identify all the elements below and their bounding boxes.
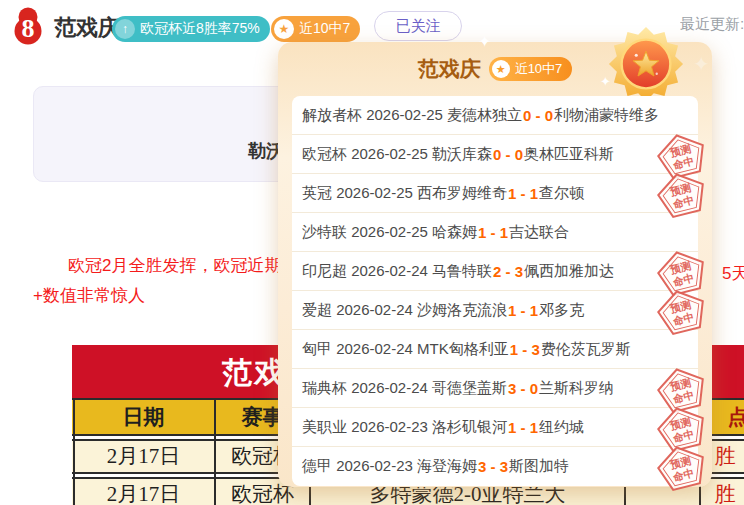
logo-digit: 8 (22, 14, 35, 43)
match-text: 瑞典杯 2026-02-24 哥德堡盖斯 (302, 379, 507, 398)
match-score: 0 - 0 (523, 107, 553, 124)
streak-badge: ★ 近10中7 (271, 16, 360, 42)
table-border (214, 398, 216, 505)
match-score: 1 - 3 (510, 341, 540, 358)
win-rate-badge: ↑ 欧冠杯近8胜率75% (112, 16, 270, 42)
site-logo-icon: 8 (10, 6, 46, 46)
star-icon: ★ (274, 19, 294, 39)
sparkle-icon: ✦ (600, 74, 611, 89)
win-rate-badge-label: 欧冠杯近8胜率75% (140, 20, 260, 38)
match-text: 匈甲 2026-02-24 MTK匈格利亚 (302, 340, 509, 359)
streak-badge-label: 近10中7 (299, 20, 350, 38)
follow-button[interactable]: 已关注 (374, 11, 462, 41)
match-score: 1 - 1 (508, 302, 538, 319)
match-text: 解放者杯 2026-02-25 麦德林独立 (302, 106, 522, 125)
match-row[interactable]: 瑞典杯 2026-02-24 哥德堡盖斯 3 - 0 兰斯科罗纳 预测 命中 (292, 369, 698, 408)
match-away: 查尔顿 (539, 184, 584, 203)
match-text: 印尼超 2026-02-24 马鲁特联 (302, 262, 492, 281)
match-away: 邓多克 (539, 301, 584, 320)
sparkle-icon: ✦ (693, 52, 710, 76)
match-text: 爱超 2026-02-24 沙姆洛克流浪 (302, 301, 507, 320)
match-text: 美职业 2026-02-23 洛杉矶银河 (302, 418, 507, 437)
promo-text-line2: +数值非常惊人 (33, 284, 145, 307)
popup-title: 范戏庆 (418, 55, 481, 83)
match-text: 德甲 2026-02-23 海登海姆 (302, 457, 477, 476)
match-row[interactable]: 沙特联 2026-02-25 哈森姆 1 - 1 吉达联合 (292, 213, 698, 252)
match-score: 3 - 3 (478, 458, 508, 475)
col-header-right-fragment: 点 (718, 398, 744, 436)
match-away: 利物浦蒙特维多 (554, 106, 659, 125)
match-away: 佩西加雅加达 (524, 262, 614, 281)
match-row[interactable]: 德甲 2026-02-23 海登海姆 3 - 3 斯图加特 预测 命中 (292, 447, 698, 486)
match-score: 0 - 0 (493, 146, 523, 163)
match-text: 英冠 2026-02-25 西布罗姆维奇 (302, 184, 507, 203)
popup-streak-badge: ★ 近10中7 (489, 57, 573, 81)
match-row[interactable]: 解放者杯 2026-02-25 麦德林独立 0 - 0 利物浦蒙特维多 (292, 96, 698, 135)
match-row[interactable]: 匈甲 2026-02-24 MTK匈格利亚 1 - 3 费伦茨瓦罗斯 (292, 330, 698, 369)
match-text: 欧冠杯 2026-02-25 勒沃库森 (302, 145, 492, 164)
match-list: 解放者杯 2026-02-25 麦德林独立 0 - 0 利物浦蒙特维多 欧冠杯 … (292, 96, 698, 486)
match-row[interactable]: 印尼超 2026-02-24 马鲁特联 2 - 3 佩西加雅加达 预测 命中 (292, 252, 698, 291)
gold-medal-icon (607, 25, 685, 103)
star-icon: ★ (492, 60, 510, 78)
match-away: 费伦茨瓦罗斯 (541, 340, 631, 359)
match-score: 2 - 3 (493, 263, 523, 280)
up-arrow-icon: ↑ (115, 19, 135, 39)
match-score: 1 - 1 (478, 224, 508, 241)
expert-name: 范戏庆 (54, 13, 120, 43)
match-away: 兰斯科罗纳 (539, 379, 614, 398)
col-header-date: 日期 (72, 398, 215, 436)
table-border (73, 398, 75, 505)
expert-record-popup: 范戏庆 ★ 近10中7 ✦ ✦ ✦ (278, 42, 712, 487)
cell-date: 2月17日 (72, 477, 215, 505)
cell-date: 2月17日 (72, 439, 215, 474)
popup-streak-badge-label: 近10中7 (515, 60, 563, 78)
sparkle-icon: ✦ (478, 32, 491, 51)
match-row[interactable]: 爱超 2026-02-24 沙姆洛克流浪 1 - 1 邓多克 预测 命中 (292, 291, 698, 330)
promo-text-line1: 欧冠2月全胜发挥，欧冠近期 (68, 254, 281, 277)
match-away: 奥林匹亚科斯 (524, 145, 614, 164)
match-away: 纽约城 (539, 418, 584, 437)
match-score: 1 - 1 (508, 185, 538, 202)
match-away: 斯图加特 (509, 457, 569, 476)
match-away: 吉达联合 (509, 223, 569, 242)
last-update-label: 最近更新: (680, 15, 744, 34)
table-title-fragment: 范戏 (222, 353, 286, 394)
match-text: 沙特联 2026-02-25 哈森姆 (302, 223, 477, 242)
match-row[interactable]: 欧冠杯 2026-02-25 勒沃库森 0 - 0 奥林匹亚科斯 预测 命中 (292, 135, 698, 174)
match-score: 3 - 0 (508, 380, 538, 397)
promo-text-line1-tail: 5天 (722, 262, 744, 285)
match-score: 1 - 1 (508, 419, 538, 436)
match-row[interactable]: 英冠 2026-02-25 西布罗姆维奇 1 - 1 查尔顿 预测 命中 (292, 174, 698, 213)
match-row[interactable]: 美职业 2026-02-23 洛杉矶银河 1 - 1 纽约城 预测 命中 (292, 408, 698, 447)
